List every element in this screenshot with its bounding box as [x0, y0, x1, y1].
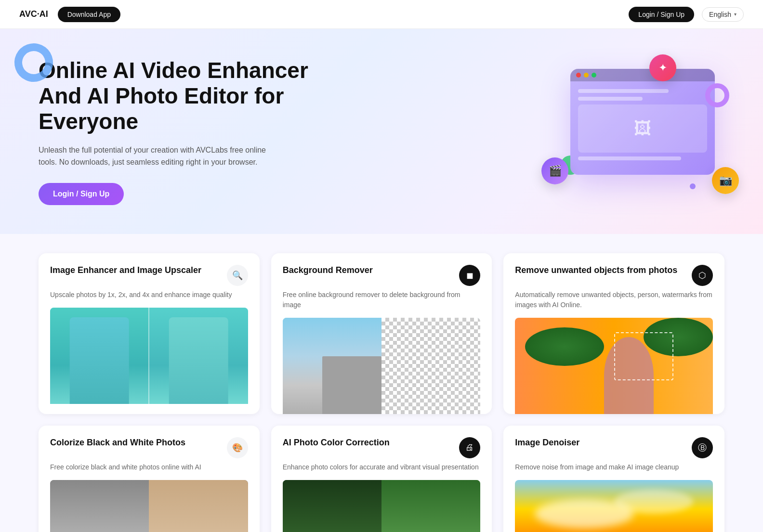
navbar-right: Login / Sign Up English ▾ [629, 7, 744, 22]
card-desc: Remove noise from image and make AI imag… [515, 462, 713, 472]
chevron-down-icon: ▾ [734, 12, 737, 17]
browser-line-3 [578, 156, 681, 160]
card-header: Remove unwanted objects from photos ⬡ [515, 265, 713, 286]
browser-line-1 [578, 89, 669, 93]
card-desc: Automatically remove unwanted objects, p… [515, 290, 713, 310]
hero-icon-photo: 📷 [712, 167, 739, 194]
cards-section: Image Enhancer and Image Upscaler 🔍 Upsc… [0, 234, 763, 532]
browser-dot-green [592, 73, 596, 78]
card-icon-bg-remover: ◼ [459, 265, 480, 286]
card-title: Colorize Black and White Photos [50, 437, 185, 448]
card-header: AI Photo Color Correction 🖨 [283, 437, 481, 458]
hero-section: Online AI Video Enhancer And AI Photo Ed… [0, 29, 763, 234]
card-title: AI Photo Color Correction [283, 437, 390, 448]
card-header: Image Denoiser Ⓑ [515, 437, 713, 458]
cards-grid: Image Enhancer and Image Upscaler 🔍 Upsc… [39, 253, 724, 532]
card-title: Image Enhancer and Image Upscaler [50, 265, 201, 276]
card-icon-enhancer: 🔍 [227, 265, 248, 286]
card-image-color-correction-preview [283, 480, 481, 532]
browser-content: 🖼 [570, 81, 715, 168]
hero-subtitle: Unleash the full potential of your creat… [39, 144, 279, 169]
hero-browser-mockup: 🖼 [570, 69, 715, 175]
navbar: AVC·AI Download App Login / Sign Up Engl… [0, 0, 763, 29]
hero-content: Online AI Video Enhancer And AI Photo Ed… [39, 58, 328, 205]
card-object-remover[interactable]: Remove unwanted objects from photos ⬡ Au… [503, 253, 724, 414]
card-colorize[interactable]: Colorize Black and White Photos 🎨 Free c… [39, 426, 260, 532]
split-image [50, 308, 248, 404]
hero-cta-button[interactable]: Login / Sign Up [39, 183, 124, 205]
browser-dot-yellow [584, 73, 589, 78]
logo-text: AVC·AI [19, 9, 48, 19]
language-label: English [709, 11, 731, 18]
card-desc: Free colorize black and white photos onl… [50, 462, 248, 472]
card-title: Remove unwanted objects from photos [515, 265, 677, 276]
browser-image-placeholder: 🖼 [578, 104, 707, 153]
card-title: Image Denoiser [515, 437, 579, 448]
card-desc: Upscale photos by 1x, 2x, and 4x and enh… [50, 290, 248, 300]
hero-ring-purple [705, 83, 729, 107]
navbar-left: AVC·AI Download App [19, 7, 120, 22]
card-header: Image Enhancer and Image Upscaler 🔍 [50, 265, 248, 286]
card-icon-denoiser: Ⓑ [692, 437, 713, 458]
card-image-object-preview [515, 318, 713, 414]
login-signup-button[interactable]: Login / Sign Up [629, 7, 694, 22]
browser-line-2 [578, 97, 643, 101]
hero-visual: 🖼 ✦ 🎬 📷 [532, 59, 724, 204]
card-icon-color-correction: 🖨 [459, 437, 480, 458]
download-app-button[interactable]: Download App [58, 7, 120, 22]
browser-image-icon: 🖼 [634, 118, 651, 139]
card-image-enhancer[interactable]: Image Enhancer and Image Upscaler 🔍 Upsc… [39, 253, 260, 414]
hero-icon-cursor: ✦ [649, 54, 676, 81]
card-desc: Free online background remover to delete… [283, 290, 481, 310]
card-icon-colorize: 🎨 [227, 437, 248, 458]
card-color-correction[interactable]: AI Photo Color Correction 🖨 Enhance phot… [271, 426, 492, 532]
card-icon-object-remover: ⬡ [692, 265, 713, 286]
hero-icon-video: 🎬 [541, 157, 568, 184]
logo[interactable]: AVC·AI [19, 9, 48, 19]
card-image-bg-preview [283, 318, 481, 414]
card-image-colorize-preview [50, 480, 248, 532]
card-denoiser[interactable]: Image Denoiser Ⓑ Remove noise from image… [503, 426, 724, 532]
browser-dot-red [576, 73, 581, 78]
browser-bar [570, 69, 715, 81]
card-header: Colorize Black and White Photos 🎨 [50, 437, 248, 458]
hero-dot-purple [690, 183, 696, 189]
card-desc: Enhance photo colors for accurate and vi… [283, 462, 481, 472]
hero-title: Online AI Video Enhancer And AI Photo Ed… [39, 58, 328, 134]
language-selector[interactable]: English ▾ [702, 7, 744, 22]
card-title: Background Remover [283, 265, 373, 276]
card-image-enhancer-preview [50, 308, 248, 404]
card-header: Background Remover ◼ [283, 265, 481, 286]
card-image-denoiser-preview [515, 480, 713, 532]
card-bg-remover[interactable]: Background Remover ◼ Free online backgro… [271, 253, 492, 414]
